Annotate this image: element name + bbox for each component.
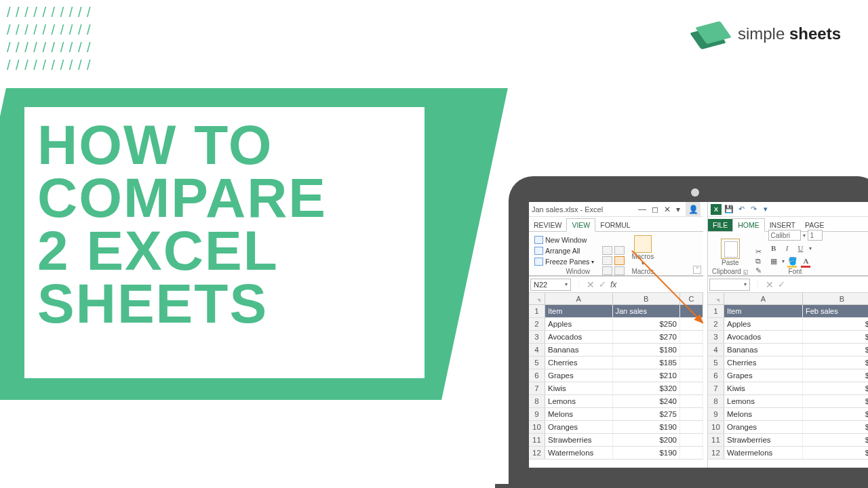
table-row[interactable]: 10Oranges$25 — [708, 421, 868, 434]
table-header-row: 1ItemFeb sales — [708, 305, 868, 318]
select-all-corner[interactable] — [529, 293, 545, 304]
ribbon-options-icon[interactable]: ▾ — [676, 205, 680, 214]
col-header-c[interactable]: C — [680, 293, 703, 304]
macros-button[interactable] — [634, 235, 652, 253]
macros-group-label: Macros — [631, 268, 654, 275]
table-row[interactable]: 7Kiwis$320 — [529, 382, 703, 395]
table-row[interactable]: 9Melons$20 — [708, 408, 868, 421]
column-headers-left: A B C — [529, 293, 703, 305]
grid-body-right[interactable]: 1ItemFeb sales2Apples$183Avocados$274Ban… — [708, 305, 868, 460]
view-side-by-side-button[interactable] — [614, 256, 625, 265]
unhide-icon[interactable] — [602, 256, 612, 265]
excel-window-left: Jan sales.xlsx - Excel — ◻ ✕ ▾ 👤 REVIEW … — [529, 202, 703, 468]
fill-color-button[interactable]: 🪣 — [787, 256, 798, 266]
bold-button[interactable]: B — [768, 243, 779, 253]
table-header-row: 1ItemJan sales — [529, 305, 703, 318]
col-header-a[interactable]: A — [545, 293, 613, 304]
close-button[interactable]: ✕ — [664, 205, 671, 214]
arrange-all-button[interactable]: Arrange All — [533, 246, 595, 256]
cut-icon[interactable]: ✂ — [755, 247, 762, 256]
clipboard-group-label: Clipboard ◱ — [712, 268, 749, 275]
table-row[interactable]: 12Watermelons$32 — [708, 447, 868, 460]
table-row[interactable]: 5Cherries$27 — [708, 357, 868, 369]
col-header-b[interactable]: B — [803, 293, 868, 304]
underline-button[interactable]: U — [795, 243, 806, 253]
qat-customize-icon[interactable]: ▾ — [761, 205, 770, 214]
laptop-mockup: Jan sales.xlsx - Excel — ◻ ✕ ▾ 👤 REVIEW … — [495, 129, 868, 488]
table-row[interactable]: 6Grapes$20 — [708, 369, 868, 382]
format-painter-icon[interactable]: ✎ — [755, 266, 762, 275]
select-all-corner[interactable] — [708, 293, 724, 304]
sync-scroll-icon[interactable] — [602, 266, 612, 275]
name-box-left[interactable]: N22▾ — [530, 279, 571, 291]
tab-home[interactable]: HOME — [732, 218, 765, 232]
reset-window-icon[interactable] — [614, 266, 625, 275]
logo-text: simple sheets — [738, 24, 841, 43]
table-row[interactable]: 11Strawberries$200 — [529, 434, 703, 447]
table-row[interactable]: 10Oranges$190 — [529, 421, 703, 434]
copy-icon[interactable]: ⧉ — [755, 257, 761, 266]
macros-label: Macros — [631, 253, 654, 260]
formula-bar-left: N22▾ ⋮ ✕ ✓ fx — [529, 277, 703, 293]
window-group-label: Window — [566, 268, 590, 275]
window-title-left: Jan sales.xlsx - Excel — [532, 205, 603, 214]
table-row[interactable]: 4Bananas$180 — [529, 344, 703, 357]
hide-icon[interactable] — [614, 246, 625, 255]
paste-label: Paste — [722, 259, 739, 266]
ribbon-tabs-left: REVIEW VIEW FORMUL — [529, 217, 703, 232]
italic-button[interactable]: I — [782, 243, 793, 253]
collapse-ribbon-icon[interactable]: ˄ — [693, 266, 701, 274]
tab-view[interactable]: VIEW — [566, 218, 595, 232]
table-row[interactable]: 3Avocados$270 — [529, 331, 703, 344]
cancel-formula-icon[interactable]: ✕ — [587, 279, 595, 290]
minimize-button[interactable]: — — [638, 205, 646, 214]
tab-file[interactable]: FILE — [708, 219, 732, 231]
tab-review[interactable]: REVIEW — [529, 219, 566, 231]
table-row[interactable]: 2Apples$250 — [529, 318, 703, 331]
font-size-select[interactable]: 1 — [808, 230, 823, 241]
paste-button[interactable] — [721, 239, 740, 259]
cancel-formula-icon[interactable]: ✕ — [766, 279, 774, 290]
maximize-button[interactable]: ◻ — [652, 205, 658, 214]
column-headers-right: A B — [708, 293, 868, 305]
table-row[interactable]: 3Avocados$27 — [708, 331, 868, 344]
col-header-b[interactable]: B — [613, 293, 681, 304]
table-row[interactable]: 12Watermelons$190 — [529, 447, 703, 460]
freeze-panes-button[interactable]: Freeze Panes ▾ — [533, 257, 595, 266]
titlebar-left: Jan sales.xlsx - Excel — ◻ ✕ ▾ 👤 — [529, 202, 703, 217]
undo-icon[interactable]: ↶ — [736, 205, 746, 214]
laptop-screen: Jan sales.xlsx - Excel — ◻ ✕ ▾ 👤 REVIEW … — [529, 202, 868, 468]
enter-formula-icon[interactable]: ✓ — [599, 279, 606, 289]
table-row[interactable]: 8Lemons$240 — [529, 395, 703, 408]
font-group-label: Font — [789, 268, 802, 275]
enter-formula-icon[interactable]: ✓ — [778, 279, 785, 289]
split-icon[interactable] — [602, 246, 612, 255]
table-row[interactable]: 9Melons$275 — [529, 408, 703, 421]
name-box-right[interactable]: ▾ — [709, 279, 750, 291]
col-header-a[interactable]: A — [724, 293, 803, 304]
decorative-slashes-bottom: / / / / / / / / / / / / / / / / / / / / … — [7, 414, 92, 485]
table-row[interactable]: 5Cherries$185 — [529, 357, 703, 369]
table-row[interactable]: 4Bananas$21 — [708, 344, 868, 357]
redo-icon[interactable]: ↷ — [749, 205, 758, 214]
decorative-slashes-top: / / / / / / / / / / / / / / / / / / / / … — [7, 3, 92, 74]
font-color-button[interactable]: A — [801, 256, 812, 266]
table-row[interactable]: 2Apples$18 — [708, 318, 868, 331]
user-account-icon[interactable]: 👤 — [686, 202, 701, 217]
excel-app-icon[interactable]: X — [711, 204, 722, 215]
tab-formulas[interactable]: FORMUL — [595, 219, 635, 231]
grid-body-left[interactable]: 1ItemJan sales2Apples$2503Avocados$2704B… — [529, 305, 703, 460]
table-row[interactable]: 6Grapes$210 — [529, 369, 703, 382]
table-row[interactable]: 11Strawberries$20 — [708, 434, 868, 447]
border-button[interactable]: ▦ — [768, 256, 779, 266]
table-row[interactable]: 7Kiwis$20 — [708, 382, 868, 395]
save-icon[interactable]: 💾 — [724, 205, 734, 214]
fx-icon[interactable]: fx — [610, 280, 616, 289]
quick-access-toolbar: X 💾 ↶ ↷ ▾ — [708, 202, 868, 217]
font-name-select[interactable]: Calibri — [768, 230, 801, 241]
table-row[interactable]: 8Lemons$20 — [708, 395, 868, 408]
formula-bar-right: ▾ ⋮ ✕ ✓ — [708, 277, 868, 293]
ribbon-right: Paste Clipboard ◱ ✂ ⧉ ✎ Calibri ▾ 1 — [708, 232, 868, 277]
excel-window-right: X 💾 ↶ ↷ ▾ FILE HOME INSERT PAGE Paste Cl… — [707, 202, 868, 468]
new-window-button[interactable]: New Window — [533, 235, 595, 245]
